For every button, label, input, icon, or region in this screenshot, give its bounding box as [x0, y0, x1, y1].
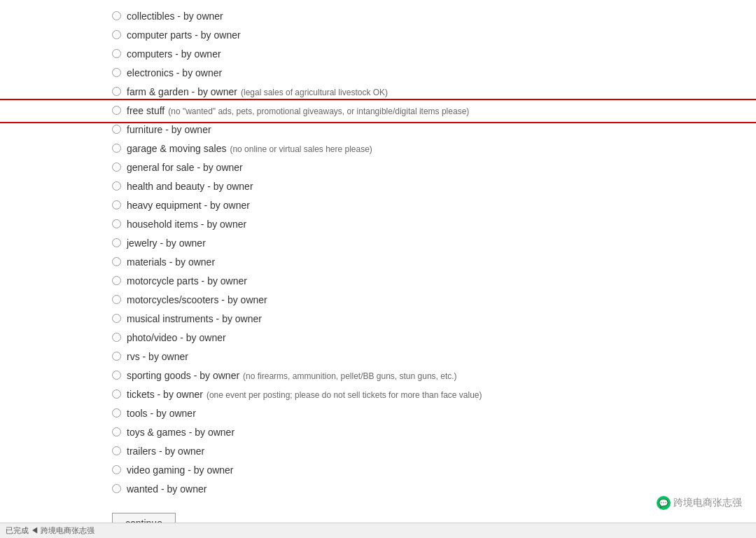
radio-tools[interactable]	[112, 408, 121, 418]
radio-collectibles[interactable]	[112, 11, 121, 20]
radio-free-stuff[interactable]	[112, 106, 121, 115]
label-computers: computers - by owner	[127, 47, 221, 62]
label-trailers: trailers - by owner	[127, 444, 204, 459]
radio-trailers[interactable]	[112, 446, 121, 455]
label-video-gaming: video gaming - by owner	[127, 463, 234, 478]
radio-electronics[interactable]	[112, 68, 121, 77]
note-sporting-goods: (no firearms, ammunition, pellet/BB guns…	[243, 371, 456, 381]
category-item-video-gaming[interactable]: video gaming - by owner	[0, 461, 756, 480]
label-garage-moving: garage & moving sales(no online or virtu…	[127, 142, 372, 156]
page-container: collectibles - by ownercomputer parts - …	[0, 0, 756, 538]
radio-jewelry[interactable]	[112, 238, 121, 247]
category-item-motorcycle-parts[interactable]: motorcycle parts - by owner	[0, 272, 756, 291]
category-item-heavy-equipment[interactable]: heavy equipment - by owner	[0, 196, 756, 215]
radio-musical-instruments[interactable]	[112, 314, 121, 323]
watermark: 💬 跨境电商张志强	[657, 496, 742, 510]
category-item-wanted[interactable]: wanted - by owner	[0, 480, 756, 499]
label-furniture: furniture - by owner	[127, 123, 211, 137]
wechat-icon: 💬	[657, 496, 671, 510]
category-item-sporting-goods[interactable]: sporting goods - by owner(no firearms, a…	[0, 366, 756, 385]
label-sporting-goods: sporting goods - by owner(no firearms, a…	[127, 368, 457, 383]
label-heavy-equipment: heavy equipment - by owner	[127, 198, 250, 213]
radio-motorcycle-parts[interactable]	[112, 276, 121, 285]
label-general-for-sale: general for sale - by owner	[127, 160, 243, 175]
label-materials: materials - by owner	[127, 255, 215, 270]
category-item-farm-garden[interactable]: farm & garden - by owner(legal sales of …	[0, 83, 756, 102]
radio-household-items[interactable]	[112, 219, 121, 228]
radio-general-for-sale[interactable]	[112, 163, 121, 172]
label-computer-parts: computer parts - by owner	[127, 28, 241, 43]
label-tools: tools - by owner	[127, 406, 196, 421]
note-garage-moving: (no online or virtual sales here please)	[230, 144, 372, 154]
category-item-rvs[interactable]: rvs - by owner	[0, 347, 756, 366]
category-item-collectibles[interactable]: collectibles - by owner	[0, 7, 756, 26]
category-item-computer-parts[interactable]: computer parts - by owner	[0, 26, 756, 45]
label-musical-instruments: musical instruments - by owner	[127, 312, 262, 326]
status-text: 已完成 ◀ 跨境电商张志强	[6, 525, 94, 536]
radio-wanted[interactable]	[112, 484, 121, 493]
radio-materials[interactable]	[112, 257, 121, 266]
note-tickets: (one event per posting; please do not se…	[206, 390, 482, 400]
radio-motorcycles-scooters[interactable]	[112, 295, 121, 304]
radio-farm-garden[interactable]	[112, 87, 121, 96]
category-item-musical-instruments[interactable]: musical instruments - by owner	[0, 310, 756, 329]
label-household-items: household items - by owner	[127, 217, 246, 232]
label-toys-games: toys & games - by owner	[127, 425, 234, 440]
radio-computers[interactable]	[112, 49, 121, 58]
category-item-furniture[interactable]: furniture - by owner	[0, 120, 756, 139]
label-motorcycle-parts: motorcycle parts - by owner	[127, 274, 247, 289]
label-free-stuff: free stuff(no "wanted" ads, pets, promot…	[127, 104, 469, 118]
category-item-trailers[interactable]: trailers - by owner	[0, 442, 756, 461]
radio-toys-games[interactable]	[112, 427, 121, 436]
category-item-general-for-sale[interactable]: general for sale - by owner	[0, 158, 756, 177]
category-item-electronics[interactable]: electronics - by owner	[0, 64, 756, 83]
radio-heavy-equipment[interactable]	[112, 200, 121, 209]
note-free-stuff: (no "wanted" ads, pets, promotional give…	[168, 106, 469, 116]
radio-computer-parts[interactable]	[112, 30, 121, 39]
status-bar: 已完成 ◀ 跨境电商张志强	[0, 523, 756, 538]
category-item-tickets[interactable]: tickets - by owner(one event per posting…	[0, 385, 756, 404]
label-photo-video: photo/video - by owner	[127, 331, 226, 345]
category-list: collectibles - by ownercomputer parts - …	[0, 7, 756, 499]
radio-furniture[interactable]	[112, 125, 121, 134]
radio-photo-video[interactable]	[112, 333, 121, 342]
category-item-materials[interactable]: materials - by owner	[0, 253, 756, 272]
label-collectibles: collectibles - by owner	[127, 9, 223, 24]
label-electronics: electronics - by owner	[127, 66, 222, 81]
label-motorcycles-scooters: motorcycles/scooters - by owner	[127, 293, 267, 308]
label-tickets: tickets - by owner(one event per posting…	[127, 387, 482, 402]
note-farm-garden: (legal sales of agricultural livestock O…	[241, 88, 388, 97]
category-item-computers[interactable]: computers - by owner	[0, 45, 756, 64]
category-item-toys-games[interactable]: toys & games - by owner	[0, 423, 756, 442]
category-item-tools[interactable]: tools - by owner	[0, 404, 756, 423]
radio-tickets[interactable]	[112, 389, 121, 399]
category-item-garage-moving[interactable]: garage & moving sales(no online or virtu…	[0, 139, 756, 158]
category-item-jewelry[interactable]: jewelry - by owner	[0, 234, 756, 253]
watermark-text: 跨境电商张志强	[673, 497, 742, 509]
radio-sporting-goods[interactable]	[112, 371, 121, 380]
label-jewelry: jewelry - by owner	[127, 236, 206, 251]
label-health-beauty: health and beauty - by owner	[127, 179, 253, 194]
category-item-free-stuff[interactable]: free stuff(no "wanted" ads, pets, promot…	[0, 102, 756, 120]
label-farm-garden: farm & garden - by owner(legal sales of …	[127, 85, 388, 99]
category-item-household-items[interactable]: household items - by owner	[0, 215, 756, 234]
radio-health-beauty[interactable]	[112, 181, 121, 191]
category-item-photo-video[interactable]: photo/video - by owner	[0, 329, 756, 347]
category-item-motorcycles-scooters[interactable]: motorcycles/scooters - by owner	[0, 291, 756, 310]
label-rvs: rvs - by owner	[127, 350, 188, 364]
category-item-health-beauty[interactable]: health and beauty - by owner	[0, 177, 756, 196]
label-wanted: wanted - by owner	[127, 482, 206, 497]
radio-garage-moving[interactable]	[112, 144, 121, 153]
radio-rvs[interactable]	[112, 352, 121, 361]
radio-video-gaming[interactable]	[112, 465, 121, 474]
